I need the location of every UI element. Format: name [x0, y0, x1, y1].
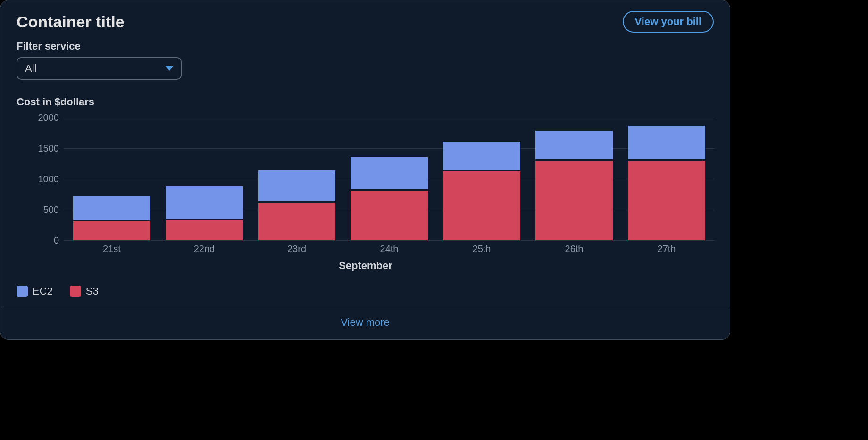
- view-your-bill-button[interactable]: View your bill: [623, 11, 714, 33]
- chart-bar-ec2: [443, 140, 520, 169]
- chart: 0500100015002000 21st22nd23rd24th25th26t…: [17, 118, 715, 272]
- legend-label-ec2: EC2: [33, 285, 53, 297]
- filter-service-value: All: [25, 62, 36, 75]
- legend-item-ec2: EC2: [17, 285, 53, 297]
- chart-x-tick: 27th: [628, 244, 705, 254]
- legend-item-s3: S3: [70, 285, 99, 297]
- container-footer: View more: [0, 307, 730, 339]
- chart-y-tick: 0: [21, 235, 59, 246]
- caret-down-icon: [166, 64, 173, 73]
- chart-x-label: September: [17, 260, 715, 272]
- chart-x-tick: 23rd: [258, 244, 335, 254]
- container-header: Container title View your bill: [0, 0, 730, 35]
- chart-y-tick: 1500: [21, 143, 59, 154]
- view-more-link[interactable]: View more: [338, 316, 392, 329]
- chart-bar-ec2: [351, 156, 428, 190]
- chart-bar-ec2: [535, 129, 613, 160]
- chart-bar-s3: [73, 220, 150, 240]
- container-title: Container title: [17, 13, 125, 31]
- chart-x-axis: 21st22nd23rd24th25th26th27th: [73, 241, 715, 255]
- chart-x-tick: 22nd: [166, 244, 243, 254]
- chart-bar-s3: [351, 189, 428, 240]
- chart-x-tick: 25th: [443, 244, 520, 254]
- legend-label-s3: S3: [86, 285, 99, 297]
- legend-swatch-s3: [70, 286, 81, 297]
- chart-y-tick: 2000: [21, 112, 59, 123]
- chart-x-tick: 26th: [535, 244, 613, 254]
- chart-legend: EC2 S3: [17, 285, 714, 297]
- container-body: Filter service All Cost in $dollars 0500…: [0, 35, 730, 307]
- svg-marker-0: [166, 66, 173, 71]
- chart-bar-ec2: [258, 169, 335, 201]
- chart-title: Cost in $dollars: [17, 96, 714, 108]
- chart-y-tick: 500: [21, 204, 59, 215]
- legend-swatch-ec2: [17, 286, 28, 297]
- chart-y-tick: 1000: [21, 174, 59, 185]
- chart-bar-ec2: [73, 195, 150, 220]
- chart-bar-s3: [166, 219, 243, 241]
- chart-plot-area: 0500100015002000: [64, 118, 715, 241]
- chart-bar-s3: [258, 201, 335, 240]
- chart-bars: [73, 118, 715, 240]
- chart-bar-ec2: [628, 124, 705, 159]
- chart-bar-ec2: [166, 185, 243, 219]
- filter-service-label: Filter service: [17, 40, 714, 52]
- chart-bar-s3: [443, 170, 520, 241]
- cost-container: Container title View your bill Filter se…: [0, 0, 730, 340]
- chart-bar-s3: [535, 159, 613, 240]
- chart-bar-s3: [628, 159, 705, 240]
- filter-service-select[interactable]: All: [17, 57, 182, 80]
- chart-x-tick: 24th: [351, 244, 428, 254]
- chart-x-tick: 21st: [73, 244, 150, 254]
